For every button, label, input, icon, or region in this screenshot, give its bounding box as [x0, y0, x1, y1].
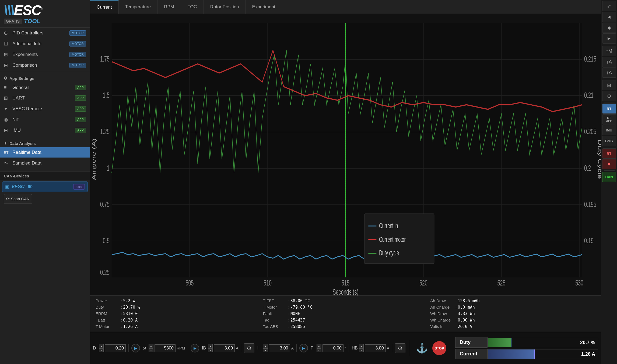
svg-text:1.5: 1.5: [103, 90, 110, 99]
omega-play-button[interactable]: ▶: [191, 344, 199, 352]
stat-power-sep: :: [121, 298, 122, 303]
p-input[interactable]: [322, 344, 343, 352]
hb-mode-button[interactable]: ⊙: [395, 343, 405, 353]
sidebar-item-comparison[interactable]: ⊞ Comparison MOTOR: [0, 60, 90, 71]
d-play-button[interactable]: ▶: [131, 344, 140, 352]
ib-down-button[interactable]: ▼: [208, 348, 213, 352]
logo-brand: \\\ESC®: [4, 3, 43, 17]
omega-spinbox[interactable]: ▲ ▼: [149, 344, 153, 352]
sidebar-item-experiments[interactable]: ⊞ Experiments MOTOR: [0, 49, 90, 60]
pid-icon: ⊙: [4, 30, 10, 36]
hb-spinbox[interactable]: ▲ ▼: [359, 344, 364, 352]
stat-tmotor-val: -79.80 °C: [290, 305, 312, 310]
stat-tmotor: T Motor : -79.80 °C: [263, 305, 428, 310]
p-down-button[interactable]: ▼: [317, 348, 321, 352]
can-device-item[interactable]: ▣ VESC 60 local: [2, 181, 88, 192]
i-up-button[interactable]: ▲: [263, 344, 268, 348]
scan-can-button[interactable]: ⟳ Scan CAN: [4, 194, 32, 204]
ib-unit: A: [236, 346, 238, 350]
divider-3: [0, 170, 90, 170]
svg-text:0.215: 0.215: [584, 54, 596, 63]
can-device-icon: ▣: [5, 184, 9, 189]
i-spinbox[interactable]: ▲ ▼: [263, 344, 268, 352]
left-arrow-button[interactable]: ◄: [602, 12, 616, 22]
sidebar-item-imu[interactable]: ⊞ IMU APP: [0, 125, 90, 136]
hb-up-button[interactable]: ▲: [359, 344, 364, 348]
svg-text:515: 515: [342, 278, 350, 287]
svg-text:1.75: 1.75: [100, 54, 110, 63]
tab-rpm[interactable]: RPM: [157, 0, 181, 14]
omega-up-button[interactable]: ▲: [149, 344, 153, 348]
hb-input[interactable]: [365, 344, 386, 352]
p-control-group: P ▲ ▼ °: [311, 344, 349, 352]
svg-text:Duty Cycle: Duty Cycle: [597, 140, 601, 179]
mode-button[interactable]: ⊙: [244, 343, 254, 353]
svg-text:Duty cycle: Duty cycle: [379, 249, 399, 257]
p-label: P: [311, 346, 315, 351]
stat-fault-key: Fault: [263, 311, 287, 316]
grid-button[interactable]: ⊞: [602, 80, 616, 90]
rt1-button[interactable]: RT: [602, 104, 616, 114]
rt-red-button[interactable]: RT: [602, 148, 616, 159]
duty-row: Duty 20.7 %: [455, 337, 598, 348]
sidebar-item-vesc-remote[interactable]: ✦ VESC Remote APP: [0, 104, 90, 114]
bms-button[interactable]: BMS: [602, 136, 616, 146]
omega-down-button[interactable]: ▼: [149, 348, 153, 352]
svg-text:505: 505: [185, 278, 194, 287]
comparison-icon: ⊞: [4, 62, 10, 68]
sidebar-item-pid-controllers[interactable]: ⊙ PID Controllers MOTOR: [0, 28, 90, 38]
sidebar-label-nrf: Nrf: [12, 117, 72, 122]
sidebar-item-nrf[interactable]: ◎ Nrf APP: [0, 114, 90, 125]
sidebar-item-realtime-data[interactable]: RT Realtime Data: [0, 147, 90, 158]
current-bar: [488, 349, 534, 359]
sidebar-item-additional-info[interactable]: ☐ Additional Info MOTOR: [0, 38, 90, 49]
data-analysis-icon: ✦: [4, 141, 7, 146]
center-button[interactable]: ◆: [602, 23, 616, 33]
d-input[interactable]: [105, 344, 126, 352]
expand-button[interactable]: ⤢: [602, 1, 616, 11]
ib-control-group: IB ▲ ▼ A: [202, 344, 241, 352]
down-icon-button[interactable]: ↓A: [602, 67, 616, 78]
i-down-button[interactable]: ▼: [263, 348, 268, 352]
stats-bar: Power : 5.2 W Duty : 20.70 % ERPM : 5310…: [90, 295, 601, 332]
logo-sub: GRATIS TOOL: [4, 18, 86, 25]
up-icon-button[interactable]: ↑M: [602, 46, 616, 56]
sidebar-item-general[interactable]: ≡ General APP: [0, 82, 90, 93]
p-up-button[interactable]: ▲: [317, 344, 321, 348]
sidebar-item-sampled-data[interactable]: 〜 Sampled Data: [0, 158, 90, 169]
svg-text:Current motor: Current motor: [379, 235, 406, 243]
d-up-button[interactable]: ▲: [99, 344, 104, 348]
d-spinbox[interactable]: ▲ ▼: [99, 344, 104, 352]
sidebar-item-uart[interactable]: ⊞ UART APP: [0, 93, 90, 104]
hb-down-button[interactable]: ▼: [359, 348, 364, 352]
p-spinbox[interactable]: ▲ ▼: [317, 344, 321, 352]
omega-input[interactable]: [155, 344, 176, 352]
tab-temperature[interactable]: Temperature: [119, 0, 157, 14]
svg-text:0.19: 0.19: [584, 236, 594, 245]
tab-experiment[interactable]: Experiment: [246, 0, 282, 14]
ib-input[interactable]: [214, 344, 235, 352]
right-arrow-button[interactable]: ►: [602, 33, 616, 44]
ib-up-button[interactable]: ▲: [208, 344, 213, 348]
tab-current[interactable]: Current: [90, 0, 119, 14]
stat-imotor: T Motor : 1.26 A: [96, 324, 261, 329]
i-input[interactable]: [269, 344, 290, 352]
divider-1: [0, 72, 90, 72]
can-button[interactable]: CAN: [602, 172, 616, 182]
d-down-button[interactable]: ▼: [99, 348, 104, 352]
d-control-group: D ▲ ▼: [93, 344, 129, 352]
ib-spinbox[interactable]: ▲ ▼: [208, 344, 213, 352]
gamepad-button[interactable]: ⊙: [602, 91, 616, 101]
center-icon-button[interactable]: ↕A: [602, 57, 616, 67]
omega-unit: RPM: [177, 346, 185, 350]
tab-rotor-position[interactable]: Rotor Position: [204, 0, 246, 14]
imu-badge: APP: [75, 128, 86, 133]
svg-text:520: 520: [419, 278, 427, 287]
imu-button[interactable]: IMU: [602, 125, 616, 135]
stop-button[interactable]: STOP: [432, 341, 446, 355]
heart-button[interactable]: ♥: [602, 159, 616, 169]
rt-app-button[interactable]: RTAPP: [602, 114, 616, 124]
i-play-button[interactable]: ▶: [299, 344, 308, 352]
tab-foc[interactable]: FOC: [181, 0, 204, 14]
anchor-button[interactable]: ⚓: [414, 342, 430, 354]
